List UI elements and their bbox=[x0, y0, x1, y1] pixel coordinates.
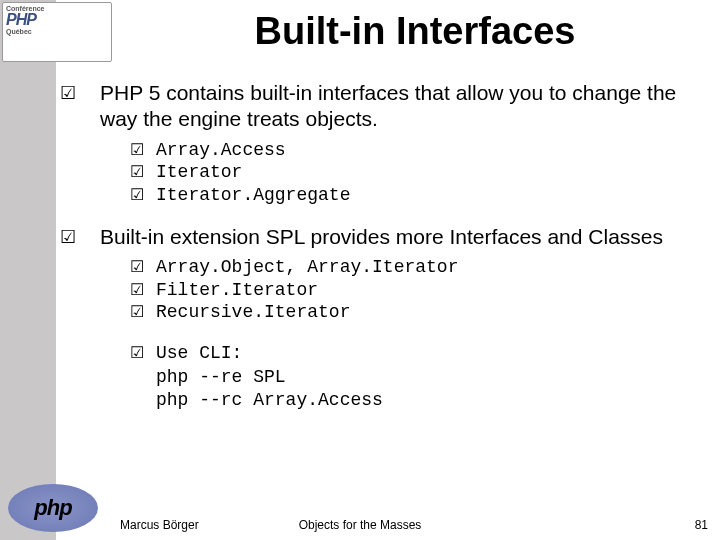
footer-page-number: 81 bbox=[695, 518, 708, 532]
bullet-item: ☑ Built-in extension SPL provides more I… bbox=[70, 224, 704, 250]
conference-logo: Conférence PHP Québec bbox=[2, 2, 112, 62]
sub-item: ☑ Array.Object, Array.Iterator bbox=[130, 256, 704, 279]
sub-list: ☑ Array.Access ☑ Iterator ☑ Iterator.Agg… bbox=[130, 139, 704, 207]
checkbox-icon: ☑ bbox=[130, 161, 156, 183]
bullet-text: PHP 5 contains built-in interfaces that … bbox=[100, 80, 704, 133]
cli-label: Use CLI: bbox=[156, 342, 242, 365]
checkbox-icon: ☑ bbox=[130, 342, 156, 364]
code-text: Recursive.Iterator bbox=[156, 301, 350, 324]
code-text: Iterator.Aggregate bbox=[156, 184, 350, 207]
sub-item: ☑ Filter.Iterator bbox=[130, 279, 704, 302]
checkbox-icon: ☑ bbox=[130, 279, 156, 301]
cli-lines: php --re SPL php --rc Array.Access bbox=[156, 366, 704, 411]
conference-location: Québec bbox=[6, 28, 108, 35]
checkbox-icon: ☑ bbox=[60, 80, 90, 106]
footer-title: Objects for the Masses bbox=[0, 518, 720, 532]
cli-block: ☑ Use CLI: php --re SPL php --rc Array.A… bbox=[130, 342, 704, 412]
cli-line: php --re SPL bbox=[156, 366, 704, 389]
bullet-text: Built-in extension SPL provides more Int… bbox=[100, 224, 663, 250]
code-text: Iterator bbox=[156, 161, 242, 184]
slide-content: ☑ PHP 5 contains built-in interfaces tha… bbox=[70, 80, 704, 500]
sub-item: ☑ Iterator bbox=[130, 161, 704, 184]
sub-item: ☑ Iterator.Aggregate bbox=[130, 184, 704, 207]
code-text: Array.Object, Array.Iterator bbox=[156, 256, 458, 279]
checkbox-icon: ☑ bbox=[130, 184, 156, 206]
bullet-item: ☑ PHP 5 contains built-in interfaces tha… bbox=[70, 80, 704, 133]
sub-item: ☑ Recursive.Iterator bbox=[130, 301, 704, 324]
cli-header: ☑ Use CLI: bbox=[130, 342, 704, 365]
checkbox-icon: ☑ bbox=[130, 256, 156, 278]
code-text: Filter.Iterator bbox=[156, 279, 318, 302]
sub-item: ☑ Array.Access bbox=[130, 139, 704, 162]
checkbox-icon: ☑ bbox=[60, 224, 90, 250]
cli-line: php --rc Array.Access bbox=[156, 389, 704, 412]
conference-brand: PHP bbox=[6, 11, 36, 28]
sub-list: ☑ Array.Object, Array.Iterator ☑ Filter.… bbox=[130, 256, 704, 324]
checkbox-icon: ☑ bbox=[130, 301, 156, 323]
slide-title: Built-in Interfaces bbox=[120, 10, 710, 53]
checkbox-icon: ☑ bbox=[130, 139, 156, 161]
code-text: Array.Access bbox=[156, 139, 286, 162]
sidebar-stripe bbox=[0, 0, 56, 540]
